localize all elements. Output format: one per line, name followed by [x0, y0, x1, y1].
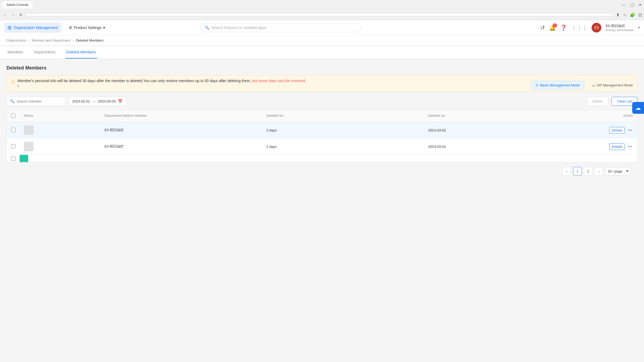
tab-deleted-members[interactable]: Deleted Members — [65, 46, 97, 58]
toolbar: 🔍 2023-02-01 — 2023-03-03 📅 Delete Clear… — [6, 97, 638, 106]
th-department: Department before deletion — [104, 114, 266, 119]
user-avatar[interactable]: E5 — [592, 23, 601, 32]
browser-action-icons: ⬆ ☆ 🧩 ⊡ — [616, 12, 642, 17]
page-2-button[interactable]: 2 — [584, 167, 592, 175]
row-2-checkbox-cell — [11, 144, 24, 149]
management-mode-buttons: ⊙ Basic Management Mode ⚏ HR Management … — [531, 81, 638, 90]
product-settings-icon: ⚙ — [69, 25, 72, 30]
browser-tab[interactable]: Admin Console — [2, 1, 32, 8]
float-icon: ☁ — [635, 105, 641, 111]
row-2-checkbox[interactable] — [11, 144, 15, 148]
hr-mode-icon: ⚏ — [592, 83, 595, 87]
org-icon: ⊞ — [8, 25, 12, 31]
row-2-avatar — [24, 142, 34, 151]
bookmark-icon[interactable]: ☆ — [623, 12, 627, 17]
row-3-avatar — [20, 155, 28, 162]
table-row-partial — [7, 155, 637, 162]
hr-management-mode-button[interactable]: ⚏ HR Management Mode — [588, 81, 638, 90]
row-1-action-cell: Details ••• — [590, 127, 633, 134]
th-deleted-for: Deleted for — [266, 114, 428, 119]
org-management-button[interactable]: ⊞ Organization Management — [4, 23, 61, 33]
page-1-button[interactable]: 1 — [573, 167, 582, 175]
th-action: Action — [590, 114, 633, 119]
floating-action-button[interactable]: ☁ — [632, 102, 644, 114]
per-page-select[interactable]: 20 / page 50 / page 100 / page — [605, 167, 631, 175]
apps-grid-icon[interactable]: ⋮⋮⋮ — [571, 24, 587, 31]
address-bar-row: ← → ↻ ⬆ ☆ 🧩 ⊡ — [0, 10, 644, 20]
calendar-icon: 📅 — [118, 99, 122, 103]
info-sub-text: ℹ — [17, 84, 306, 88]
table-header: Name Department before deletion Deleted … — [7, 110, 637, 122]
page-title: Deleted Members — [6, 65, 638, 71]
product-settings-label: Product Settings — [74, 25, 102, 30]
row-2-details-button[interactable]: Details — [609, 143, 625, 150]
back-button[interactable]: ← — [2, 12, 8, 18]
browser-tabs: Admin Console — [2, 1, 32, 8]
share-icon[interactable]: ⬆ — [616, 12, 620, 17]
search-member-icon: 🔍 — [10, 99, 15, 103]
row-1-checkbox[interactable] — [11, 128, 15, 132]
select-all-checkbox[interactable] — [11, 114, 15, 118]
row-1-details-button[interactable]: Details — [609, 127, 625, 134]
date-to: 2023-03-03 — [98, 99, 116, 103]
hr-mode-label: HR Management Mode — [597, 83, 633, 87]
maximize-button[interactable]: ⬜ — [630, 3, 634, 7]
basic-management-mode-button[interactable]: ⊙ Basic Management Mode — [531, 81, 584, 90]
search-placeholder-text: Search features or installed apps — [211, 25, 266, 30]
basic-mode-label: Basic Management Mode — [540, 83, 580, 87]
main-content: Deleted Members ⚠ Member's personal info… — [0, 59, 644, 362]
search-icon: 🔍 — [205, 25, 209, 30]
search-member-input[interactable] — [17, 99, 62, 103]
breadcrumb-sep-1: › — [28, 38, 30, 42]
extensions-icon[interactable]: 🧩 — [630, 12, 635, 17]
app-search-bar[interactable]: 🔍 Search features or installed apps — [200, 23, 361, 32]
notifications-area: ↺ — [540, 24, 545, 31]
product-settings-button[interactable]: ⚙ Product Settings ▾ — [66, 23, 108, 32]
row-1-member-info — [24, 125, 104, 135]
breadcrumb-area: Organization › Member and Department › D… — [0, 35, 644, 46]
info-red-text: but some data can't be restored. — [252, 79, 306, 83]
user-info: E5-明日灿烂 Primary administrator — [606, 24, 634, 32]
warning-icon: ⚠ — [11, 79, 15, 84]
tabs-bar: Members Departments Deleted Members — [0, 46, 644, 59]
row-2-department: E5-明日灿烂 — [104, 144, 266, 149]
delete-button[interactable]: Delete — [587, 97, 609, 106]
row-2-deleted-for: 2 days — [266, 145, 428, 149]
row-2-more-button[interactable]: ••• — [627, 143, 633, 150]
address-bar[interactable] — [26, 13, 614, 16]
info-banner-text: Member's personal info will be deleted 3… — [17, 79, 306, 83]
product-settings-chevron-icon: ▾ — [103, 25, 105, 30]
table-row: E5-明日灿烂 2 days 2023-03-02 Details ••• — [7, 138, 637, 155]
history-icon[interactable]: ↺ — [540, 25, 545, 31]
search-member-input-container[interactable]: 🔍 — [6, 97, 66, 106]
user-dropdown-arrow[interactable]: ▾ — [638, 26, 640, 30]
refresh-button[interactable]: ↻ — [18, 12, 24, 18]
pagination: ‹ 1 2 › 20 / page 50 / page 100 / page — [6, 163, 638, 180]
row-3-checkbox[interactable] — [11, 156, 15, 161]
info-small-icon: ℹ — [17, 84, 19, 88]
browser-titlebar: Admin Console — ⬜ ✕ — [0, 0, 644, 10]
badge-area: 🔔 1 — [549, 24, 556, 31]
forward-button[interactable]: → — [10, 12, 16, 18]
info-banner-content: Member's personal info will be deleted 3… — [17, 79, 306, 88]
tab-departments[interactable]: Departments — [33, 46, 56, 58]
header-actions: ↺ 🔔 1 ❓ ⋮⋮⋮ E5 E5-明日灿烂 Primary administr… — [540, 23, 640, 32]
row-1-more-button[interactable]: ••• — [627, 127, 633, 133]
minimize-button[interactable]: — — [622, 3, 625, 7]
breadcrumb-organization[interactable]: Organization — [6, 38, 26, 42]
next-page-button[interactable]: › — [595, 167, 603, 175]
th-checkbox — [11, 114, 24, 119]
sidebar-toggle-icon[interactable]: ⊡ — [638, 12, 642, 17]
help-icon[interactable]: ❓ — [560, 24, 567, 31]
breadcrumb-current: Deleted Members — [76, 38, 104, 42]
close-button[interactable]: ✕ — [639, 3, 642, 7]
row-1-deleted-for: 2 days — [266, 128, 428, 132]
basic-mode-icon: ⊙ — [536, 83, 538, 87]
breadcrumb-member-department[interactable]: Member and Department — [32, 38, 71, 42]
row-2-action-cell: Details ••• — [590, 143, 633, 150]
tab-members[interactable]: Members — [6, 46, 24, 58]
date-range-picker[interactable]: 2023-02-01 — 2023-03-03 📅 — [69, 97, 126, 106]
table-row: E5-明日灿烂 2 days 2023-03-02 Details ••• — [7, 122, 637, 138]
prev-page-button[interactable]: ‹ — [562, 167, 571, 175]
row-1-deleted-on: 2023-03-02 — [428, 128, 590, 132]
